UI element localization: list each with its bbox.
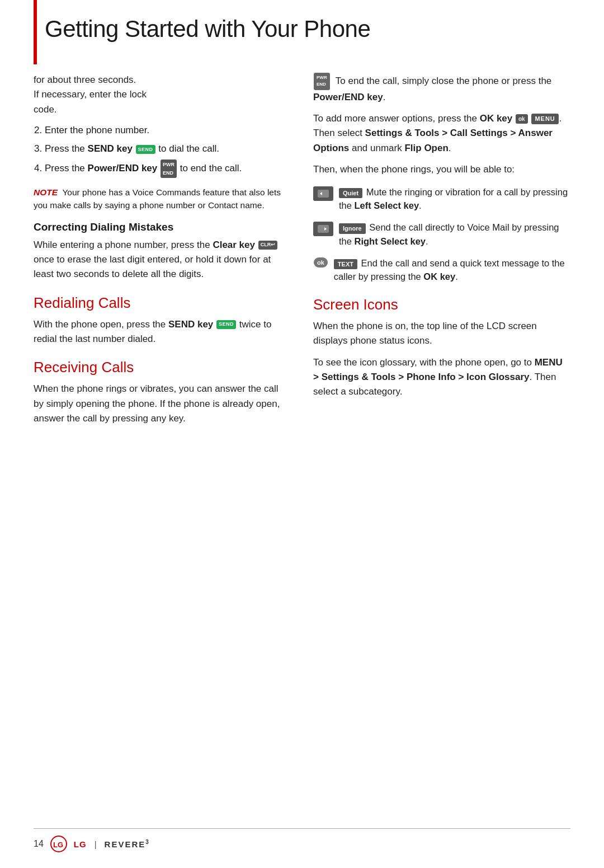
footer-logo: LG [50, 836, 67, 852]
page-title: Getting Started with Your Phone [45, 16, 370, 43]
list-item-3: Press the SEND key SEND to dial the call… [45, 141, 291, 156]
content-area: for about three seconds. If necessary, e… [0, 73, 604, 433]
ok-key-text-option: ok [314, 257, 328, 268]
red-accent-bar [34, 0, 37, 64]
text-option: ok TEXT End the call and send a quick te… [313, 256, 570, 284]
quiet-label: Quiet [339, 188, 362, 199]
quiet-icon [313, 186, 333, 201]
send-key-badge-2: SEND [216, 320, 236, 329]
numbered-list: Enter the phone number. Press the SEND k… [45, 123, 291, 178]
note-label: NOTE [34, 187, 58, 197]
redialing-body: With the phone open, press the SEND key … [34, 317, 291, 347]
intro-text: for about three seconds. If necessary, e… [34, 73, 291, 117]
ok-key-badge: ok [516, 114, 528, 124]
left-column: for about three seconds. If necessary, e… [34, 73, 291, 433]
text-option-text: TEXT End the call and send a quick text … [334, 256, 570, 284]
end-call-text: PWREND To end the call, simply close the… [313, 73, 570, 105]
screen-icons-para2: To see the icon glossary, with the phone… [313, 355, 570, 400]
ignore-option: Ignore Send the call directly to Voice M… [313, 220, 570, 248]
ignore-option-text: Ignore Send the call directly to Voice M… [339, 220, 570, 248]
answer-options-text: To add more answer options, press the OK… [313, 111, 570, 156]
note-block: NOTE Your phone has a Voice Commands fea… [34, 186, 291, 212]
correcting-body: While entering a phone number, press the… [34, 238, 291, 282]
note-text: Your phone has a Voice Commands feature … [34, 187, 281, 210]
quiet-option: Quiet Mute the ringing or vibration for … [313, 185, 570, 213]
receiving-body: When the phone rings or vibrates, you ca… [34, 382, 291, 426]
menu-badge: MENU [531, 114, 558, 124]
screen-icons-para1: When the phone is on, the top line of th… [313, 319, 570, 349]
list-item-4: Press the Power/END key PWREND to end th… [45, 159, 291, 178]
footer-divider: | [95, 839, 97, 849]
footer: 14 LG LG | REVERE3 [34, 828, 570, 852]
svg-rect-2 [318, 225, 329, 233]
send-key-badge: SEND [136, 145, 155, 154]
lg-logo-icon: LG [50, 836, 67, 852]
clear-key-badge: CLR↩ [258, 241, 278, 250]
footer-page-number: 14 [34, 839, 44, 849]
receiving-heading: Receiving Calls [34, 359, 291, 376]
svg-text:LG: LG [53, 841, 63, 849]
ignore-icon [313, 222, 333, 236]
svg-rect-0 [318, 190, 329, 198]
then-text: Then, when the phone rings, you will be … [313, 162, 570, 177]
page-container: Getting Started with Your Phone for abou… [0, 0, 604, 868]
text-label: TEXT [334, 259, 357, 270]
footer-brand: LG [74, 839, 87, 849]
ignore-label: Ignore [339, 223, 366, 234]
list-item-2: Enter the phone number. [45, 123, 291, 138]
pwr-end-icon-top: PWREND [314, 73, 330, 90]
correcting-heading: Correcting Dialing Mistakes [34, 221, 291, 233]
footer-model: REVERE3 [105, 839, 150, 849]
right-column: PWREND To end the call, simply close the… [313, 73, 570, 433]
power-end-key-badge: PWREND [161, 159, 177, 178]
screen-icons-heading: Screen Icons [313, 296, 570, 313]
redialing-heading: Redialing Calls [34, 294, 291, 312]
quiet-option-text: Quiet Mute the ringing or vibration for … [339, 185, 570, 213]
